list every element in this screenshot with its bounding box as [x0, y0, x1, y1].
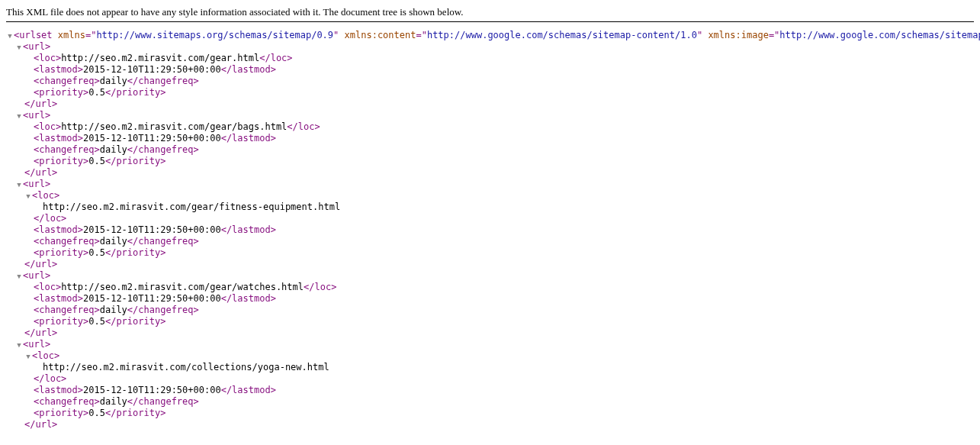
tag-priority-open: <priority> — [34, 408, 88, 418]
xml-element-url-close: </url> — [6, 419, 974, 430]
xml-element-priority: <priority>0.5</priority> — [6, 156, 974, 167]
tag-loc-open: <loc> — [34, 53, 61, 63]
collapse-toggle-icon[interactable] — [24, 190, 32, 202]
text-lastmod: 2015-12-10T11:29:50+00:00 — [83, 64, 221, 75]
xml-element-url: <url> — [6, 41, 974, 53]
attr-value: http://www.sitemaps.org/schemas/sitemap/… — [96, 30, 333, 40]
tag-priority-open: <priority> — [34, 247, 88, 258]
attr-name: xmlns — [58, 30, 85, 40]
tag-changefreq-close: </changefreq> — [127, 396, 199, 407]
tag-priority-open: <priority> — [34, 156, 88, 166]
xml-text-loc: http://seo.m2.mirasvit.com/collections/y… — [6, 362, 974, 373]
xml-element-loc: <loc> — [6, 350, 974, 362]
text-lastmod: 2015-12-10T11:29:50+00:00 — [83, 385, 221, 395]
xml-element-loc: <loc> — [6, 190, 974, 202]
tag-priority-close: </priority> — [105, 156, 165, 166]
tag-lastmod-close: </lastmod> — [221, 224, 276, 235]
tag-changefreq-open: <changefreq> — [34, 144, 100, 155]
collapse-toggle-icon[interactable] — [15, 270, 23, 282]
xml-no-style-message: This XML file does not appear to have an… — [6, 6, 974, 22]
punct: =" — [85, 30, 96, 40]
xml-element-changefreq: <changefreq>daily</changefreq> — [6, 305, 974, 316]
tag-url-close: </url> — [24, 259, 57, 269]
xml-element-lastmod: <lastmod>2015-12-10T11:29:50+00:00</last… — [6, 133, 974, 144]
xml-element-url-close: </url> — [6, 167, 974, 179]
collapse-toggle-icon[interactable] — [6, 30, 14, 41]
tag-loc-open: <loc> — [32, 350, 59, 361]
text-priority: 0.5 — [88, 316, 105, 327]
tag-url-close: </url> — [24, 327, 57, 338]
xml-element-loc: <loc>http://seo.m2.mirasvit.com/gear/bag… — [6, 121, 974, 133]
tag-url-close: </url> — [24, 167, 57, 178]
tag-loc-open: <loc> — [34, 282, 61, 292]
punct: =" — [416, 30, 426, 40]
tag-lastmod-open: <lastmod> — [34, 224, 83, 235]
tag-changefreq-close: </changefreq> — [127, 236, 199, 247]
text-changefreq: daily — [100, 144, 127, 155]
text-changefreq: daily — [100, 76, 127, 86]
collapse-toggle-icon[interactable] — [15, 339, 23, 350]
xml-element-loc-close: </loc> — [6, 373, 974, 385]
tag-lastmod-open: <lastmod> — [34, 133, 83, 143]
collapse-toggle-icon[interactable] — [15, 110, 23, 121]
tag-url-close: </url> — [24, 98, 57, 109]
text-loc: http://seo.m2.mirasvit.com/gear.html — [61, 53, 259, 63]
text-loc: http://seo.m2.mirasvit.com/gear/bags.htm… — [61, 121, 287, 132]
collapse-toggle-icon[interactable] — [15, 41, 23, 53]
xml-element-url: <url> — [6, 339, 974, 350]
xml-element-changefreq: <changefreq>daily</changefreq> — [6, 76, 974, 87]
text-loc: http://seo.m2.mirasvit.com/collections/y… — [43, 362, 329, 372]
tag-loc-close: </loc> — [287, 121, 320, 132]
tag-changefreq-close: </changefreq> — [127, 76, 199, 86]
tag-lastmod-close: </lastmod> — [221, 64, 276, 75]
tag-lastmod-close: </lastmod> — [221, 385, 276, 395]
space — [53, 30, 58, 40]
attr-value: http://www.google.com/schemas/sitemap-im… — [779, 30, 980, 40]
collapse-toggle-icon[interactable] — [15, 179, 23, 190]
tag-loc-close: </loc> — [34, 373, 66, 384]
xml-element-urlset: <urlset xmlns="http://www.sitemaps.org/s… — [6, 30, 974, 41]
text-changefreq: daily — [100, 305, 127, 315]
xml-element-priority: <priority>0.5</priority> — [6, 408, 974, 419]
text-changefreq: daily — [100, 236, 127, 247]
text-priority: 0.5 — [88, 87, 105, 98]
tag-lastmod-close: </lastmod> — [221, 293, 276, 304]
tag-url-open: <url> — [23, 41, 50, 52]
text-loc: http://seo.m2.mirasvit.com/gear/watches.… — [61, 282, 304, 292]
xml-element-url: <url> — [6, 179, 974, 190]
xml-element-priority: <priority>0.5</priority> — [6, 247, 974, 259]
tag-priority-open: <priority> — [34, 87, 88, 98]
tag-lastmod-close: </lastmod> — [221, 133, 276, 143]
xml-element-changefreq: <changefreq>daily</changefreq> — [6, 236, 974, 247]
xml-element-changefreq: <changefreq>daily</changefreq> — [6, 396, 974, 408]
tag-changefreq-open: <changefreq> — [34, 76, 100, 86]
tag-url-open: <url> — [23, 339, 50, 350]
text-lastmod: 2015-12-10T11:29:50+00:00 — [83, 133, 221, 143]
text-changefreq: daily — [100, 396, 127, 407]
text-priority: 0.5 — [88, 156, 105, 166]
collapse-toggle-icon[interactable] — [24, 350, 32, 362]
tag-priority-close: </priority> — [105, 247, 165, 258]
attr-value: http://www.google.com/schemas/sitemap-co… — [427, 30, 697, 40]
tag-name: <urlset — [14, 30, 53, 40]
text-priority: 0.5 — [88, 408, 105, 418]
xml-element-priority: <priority>0.5</priority> — [6, 316, 974, 327]
space — [339, 30, 344, 40]
tag-loc-open: <loc> — [34, 121, 61, 132]
xml-element-url: <url> — [6, 270, 974, 282]
xml-element-loc: <loc>http://seo.m2.mirasvit.com/gear/wat… — [6, 282, 974, 293]
tag-loc-close: </loc> — [34, 213, 66, 224]
tag-changefreq-open: <changefreq> — [34, 305, 100, 315]
xml-element-changefreq: <changefreq>daily</changefreq> — [6, 144, 974, 156]
tag-changefreq-close: </changefreq> — [127, 144, 199, 155]
xml-text-loc: http://seo.m2.mirasvit.com/gear/fitness-… — [6, 202, 974, 213]
tag-url-open: <url> — [23, 179, 50, 189]
xml-element-lastmod: <lastmod>2015-12-10T11:29:50+00:00</last… — [6, 385, 974, 396]
tag-changefreq-open: <changefreq> — [34, 236, 100, 247]
tag-lastmod-open: <lastmod> — [34, 64, 83, 75]
tag-loc-open: <loc> — [32, 190, 59, 201]
xml-element-loc-close: </loc> — [6, 213, 974, 224]
xml-element-lastmod: <lastmod>2015-12-10T11:29:50+00:00</last… — [6, 64, 974, 76]
tag-loc-close: </loc> — [259, 53, 292, 63]
tag-changefreq-open: <changefreq> — [34, 396, 100, 407]
